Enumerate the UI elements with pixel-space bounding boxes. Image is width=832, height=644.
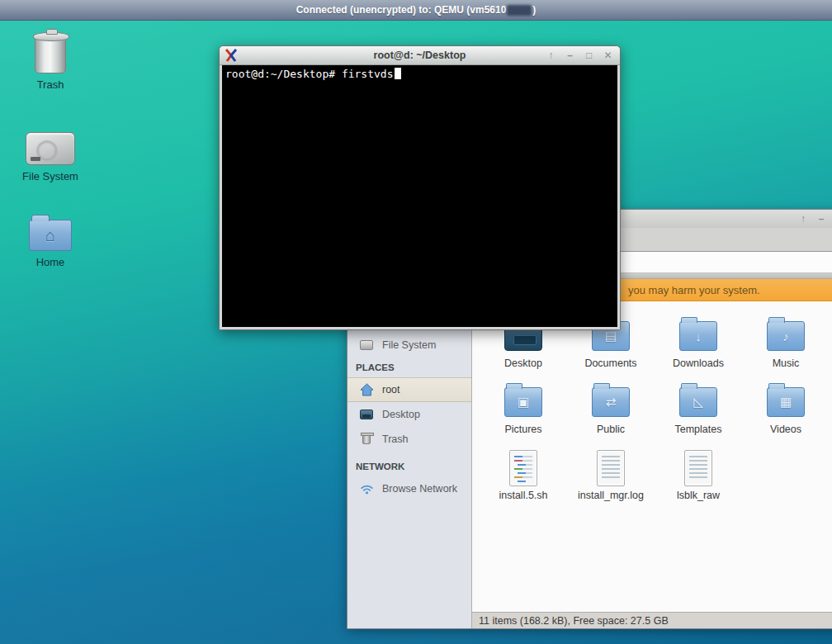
file-label: install.5.sh	[499, 490, 547, 501]
status-bar-text: 11 items (168.2 kB), Free space: 27.5 GB	[479, 615, 669, 627]
file-item-music[interactable]: Music	[742, 316, 830, 382]
sidebar-item-label: Trash	[382, 433, 409, 445]
file-item-install-sh[interactable]: install.5.sh	[480, 448, 567, 514]
desktop-icon-label: Home	[36, 256, 65, 268]
folder-icon	[679, 321, 717, 351]
maximize-button[interactable]: □	[584, 50, 594, 61]
shade-button[interactable]: ↑	[794, 210, 812, 228]
vnc-title-suffix: )	[532, 4, 536, 16]
minimize-button[interactable]: –	[812, 210, 830, 228]
sidebar-header-places: PLACES	[347, 358, 471, 377]
sidebar-item-file-system[interactable]: File System	[347, 333, 471, 358]
file-label: Desktop	[504, 358, 542, 369]
desktop-icon-label: File System	[22, 170, 78, 182]
file-item-public[interactable]: Public	[567, 382, 655, 448]
folder-icon	[679, 387, 717, 417]
trash-icon	[359, 432, 374, 447]
desktop-icon-file-system[interactable]: File System	[7, 132, 93, 182]
terminal-titlebar[interactable]: root@d: ~/Desktop ↑ – □ ✕	[220, 46, 620, 65]
sidebar-item-label: Browse Network	[382, 483, 457, 495]
file-view[interactable]: Desktop Documents Downloads Music	[472, 301, 832, 612]
sidebar-item-label: Desktop	[382, 409, 420, 420]
trash-icon	[35, 37, 66, 73]
home-glyph: ⌂	[45, 227, 55, 244]
sidebar-item-label: File System	[382, 339, 436, 351]
file-item-pictures[interactable]: Pictures	[480, 382, 567, 448]
terminal-prompt-line: root@d:~/Desktop# firstvds	[225, 68, 394, 80]
folder-icon	[767, 387, 805, 417]
file-item-install-log[interactable]: install_mgr.log	[567, 448, 655, 514]
file-label: Videos	[770, 424, 801, 435]
sidebar-item-trash[interactable]: Trash	[347, 427, 471, 452]
text-file-icon	[597, 450, 625, 486]
sidebar-item-label: root	[382, 384, 400, 395]
terminal-window: root@d: ~/Desktop ↑ – □ ✕ root@d:~/Deskt…	[219, 45, 621, 330]
status-bar: 11 items (168.2 kB), Free space: 27.5 GB	[472, 612, 832, 628]
file-label: Templates	[675, 424, 722, 435]
desktop-icon-home[interactable]: ⌂ Home	[7, 213, 93, 268]
file-label: Pictures	[504, 424, 541, 435]
sidebar-item-root[interactable]: root	[347, 377, 471, 402]
vnc-connection-title: Connected (unencrypted) to: QEMU (vm5610…	[296, 4, 537, 16]
desktop-icon-label: Trash	[37, 78, 64, 91]
text-file-icon	[684, 450, 712, 486]
vnc-connection-bar: Connected (unencrypted) to: QEMU (vm5610…	[0, 0, 832, 21]
desktop-icon-trash[interactable]: Trash	[7, 37, 93, 91]
file-label: lsblk_raw	[677, 490, 720, 501]
sidebar-header-network: NETWORK	[347, 457, 471, 476]
shade-button[interactable]: ↑	[546, 50, 556, 61]
sidebar: File System PLACES root Desktop Trash NE…	[347, 301, 472, 628]
close-button[interactable]: ✕	[603, 50, 613, 61]
redacted-vm-id	[507, 5, 532, 16]
file-label: Downloads	[673, 358, 724, 369]
file-label: Public	[597, 424, 625, 435]
folder-icon	[504, 387, 542, 417]
sidebar-item-desktop[interactable]: Desktop	[347, 402, 471, 427]
xterm-icon	[225, 49, 238, 62]
vnc-title-text: Connected (unencrypted) to: QEMU (vm5610	[296, 4, 507, 16]
desktop-icon	[359, 407, 374, 422]
script-file-icon	[509, 450, 537, 486]
drive-icon	[26, 132, 75, 165]
file-grid: Desktop Documents Downloads Music	[472, 301, 832, 514]
file-label: Music	[773, 358, 800, 369]
terminal-content[interactable]: root@d:~/Desktop# firstvds	[220, 65, 620, 329]
sidebar-item-browse-network[interactable]: Browse Network	[347, 476, 471, 501]
file-label: Documents	[584, 358, 636, 369]
terminal-cursor	[395, 68, 401, 79]
minimize-button[interactable]: –	[565, 50, 575, 61]
folder-icon	[592, 387, 630, 417]
home-folder-icon: ⌂	[29, 220, 72, 251]
file-item-lsblk-raw[interactable]: lsblk_raw	[655, 448, 742, 514]
file-item-videos[interactable]: Videos	[742, 382, 830, 448]
drive-icon	[359, 338, 374, 353]
folder-icon	[767, 321, 805, 351]
file-item-templates[interactable]: Templates	[655, 382, 742, 448]
network-icon	[359, 481, 374, 496]
file-label: install_mgr.log	[578, 490, 644, 501]
home-icon	[359, 382, 374, 397]
file-item-downloads[interactable]: Downloads	[655, 316, 742, 382]
